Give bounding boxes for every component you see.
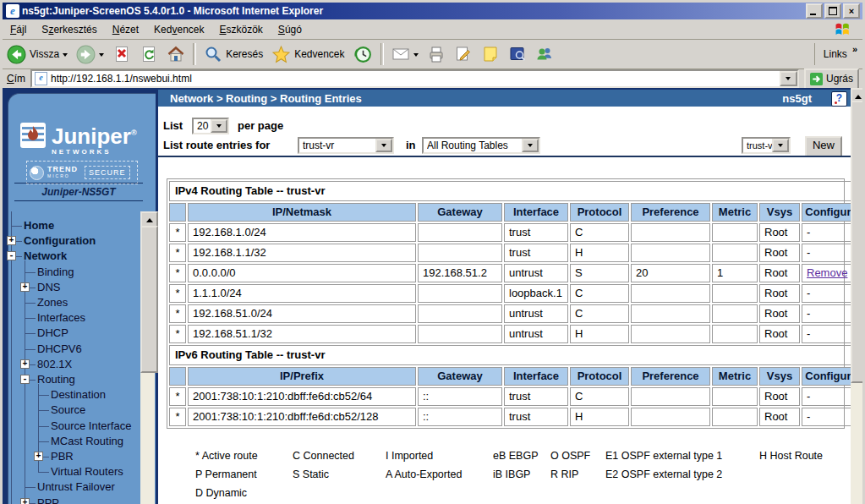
combo-arrow-icon[interactable] [522, 139, 539, 152]
search-button[interactable]: Keresés [200, 41, 267, 68]
sidebar-item-virtual-routers[interactable]: Virtual Routers [51, 464, 123, 479]
table-cell [418, 244, 502, 262]
menu-item[interactable]: Nézet [105, 21, 146, 38]
menu-item[interactable]: Szerkesztés [34, 21, 104, 38]
tree-collapse-icon[interactable]: - [7, 251, 16, 260]
table-cell [712, 284, 758, 303]
page-size-select[interactable]: 20 [192, 118, 229, 134]
back-button[interactable]: Vissza [3, 41, 72, 68]
table-cell: Root [759, 264, 800, 282]
vr-select-right[interactable]: trust-vr [742, 137, 791, 154]
tree-expand-icon[interactable]: + [34, 452, 43, 461]
mail-dropdown-caret[interactable] [413, 53, 419, 59]
sidebar-item-zones[interactable]: Zones [37, 295, 68, 310]
tree-expand-icon[interactable]: + [7, 236, 16, 245]
mail-button[interactable] [387, 41, 423, 68]
legend-column: C ConnectedS Static [293, 446, 354, 484]
search-icon [204, 45, 222, 63]
tree-connector [25, 318, 36, 319]
help-button[interactable]: ? [831, 91, 847, 107]
tree-connector [38, 472, 49, 473]
forward-button[interactable] [72, 41, 108, 68]
list-label: List [163, 119, 183, 132]
virtual-router-select[interactable]: trust-vr [298, 137, 394, 154]
table-cell: Root [759, 325, 800, 343]
menu-item[interactable]: Kedvencek [146, 21, 211, 38]
links-toolbar[interactable]: Links » [814, 43, 862, 65]
routing-table-select[interactable]: All Routing Tables [422, 137, 540, 154]
combo-arrow-icon[interactable] [375, 139, 392, 152]
address-input[interactable]: e http://192.168.1.1/nswebui.html [30, 69, 799, 88]
sidebar-item-destination[interactable]: Destination [51, 387, 106, 403]
minimize-button[interactable] [806, 3, 823, 19]
stop-button[interactable] [108, 41, 135, 68]
sidebar-item-pbr[interactable]: PBR [51, 449, 74, 464]
menu-item[interactable]: Eszközök [211, 21, 270, 38]
sidebar-item-home[interactable]: Home [24, 218, 54, 233]
tree-collapse-icon[interactable]: - [20, 375, 30, 384]
breadcrumb: Network > Routing > Routing Entries [158, 92, 362, 105]
address-dropdown-button[interactable] [780, 71, 797, 86]
sidebar-item-routing[interactable]: Routing [37, 372, 75, 387]
combo-arrow-icon[interactable] [772, 139, 789, 152]
tree-expand-icon[interactable]: + [20, 282, 30, 292]
legend-entry: E2 OSPF external type 2 [605, 465, 722, 484]
sidebar-item-source-interface[interactable]: Source Interface [51, 419, 131, 434]
table-cell: * [169, 325, 186, 343]
mail-icon [391, 45, 410, 63]
refresh-button[interactable] [135, 41, 162, 68]
scrollbar-thumb[interactable] [851, 101, 862, 383]
favorites-button[interactable]: Kedvencek [267, 41, 348, 68]
sidebar-item-interfaces[interactable]: Interfaces [37, 310, 85, 326]
column-header: IP/Prefix [188, 367, 416, 386]
legend-column: I ImportedA Auto-Exported [386, 446, 462, 484]
menu-item[interactable]: Súgó [271, 21, 309, 38]
sidebar-item-source[interactable]: Source [51, 403, 85, 418]
sidebar-item-dhcp[interactable]: DHCP [37, 326, 68, 341]
sidebar-item-dns[interactable]: DNS [37, 280, 60, 295]
maximize-button[interactable] [824, 3, 841, 19]
legend-entry: R RIP [550, 465, 590, 484]
messenger-button[interactable] [531, 41, 558, 68]
table-cell: loopback.1 [504, 284, 568, 303]
edit-button[interactable] [450, 41, 477, 68]
close-button[interactable]: × [843, 3, 860, 19]
menu-item[interactable]: Fájl [3, 21, 34, 38]
research-button[interactable] [504, 41, 531, 68]
table-cell: Root [759, 304, 800, 323]
legend-entry: S Static [293, 465, 354, 484]
sidebar-item-binding[interactable]: Binding [37, 265, 74, 280]
remove-link[interactable]: Remove [807, 266, 847, 279]
notes-button[interactable] [477, 41, 504, 68]
back-dropdown-caret[interactable] [63, 53, 68, 59]
combo-arrow-icon[interactable] [211, 119, 227, 133]
table-cell: Root [759, 408, 800, 426]
print-button[interactable] [423, 41, 450, 68]
routing-tables: IPv4 Routing Table -- trust-vrIP/Netmask… [167, 178, 845, 429]
home-button[interactable] [162, 41, 189, 68]
scrollbar-thumb[interactable] [140, 226, 158, 373]
table-cell: Root [759, 244, 800, 262]
title-bar[interactable]: e ns5gt:Juniper-ScreenOS 5.4.0r1.0 - Mic… [3, 3, 862, 19]
table-cell: * [169, 408, 186, 426]
page-scrollbar[interactable] [851, 88, 862, 504]
legend-entry: eB EBGP [493, 446, 539, 465]
sidebar-item-network[interactable]: Network [24, 249, 67, 264]
address-label: Cím [3, 73, 30, 85]
new-button[interactable]: New [805, 136, 842, 157]
sidebar-item-untrust-failover[interactable]: Untrust Failover [37, 479, 115, 495]
history-button[interactable] [349, 41, 377, 68]
sidebar-item-802-1x[interactable]: 802.1X [37, 357, 72, 372]
sidebar-item-configuration[interactable]: Configuration [24, 233, 96, 249]
sidebar-item-dhcpv6[interactable]: DHCPV6 [37, 342, 82, 357]
legend-entry: iB IBGP [493, 465, 539, 484]
sidebar-item-ppp[interactable]: PPP [37, 496, 59, 504]
sidebar-item-mcast-routing[interactable]: MCast Routing [51, 434, 123, 449]
forward-dropdown-caret[interactable] [99, 53, 104, 59]
tree-expand-icon[interactable]: + [20, 359, 30, 369]
go-button[interactable]: Ugrás [804, 68, 859, 90]
links-chevron-icon[interactable]: » [852, 44, 857, 54]
legend-entry: H Host Route [759, 446, 823, 465]
sidebar-scrollbar[interactable] [140, 211, 155, 504]
tree-expand-icon[interactable]: + [20, 498, 30, 504]
